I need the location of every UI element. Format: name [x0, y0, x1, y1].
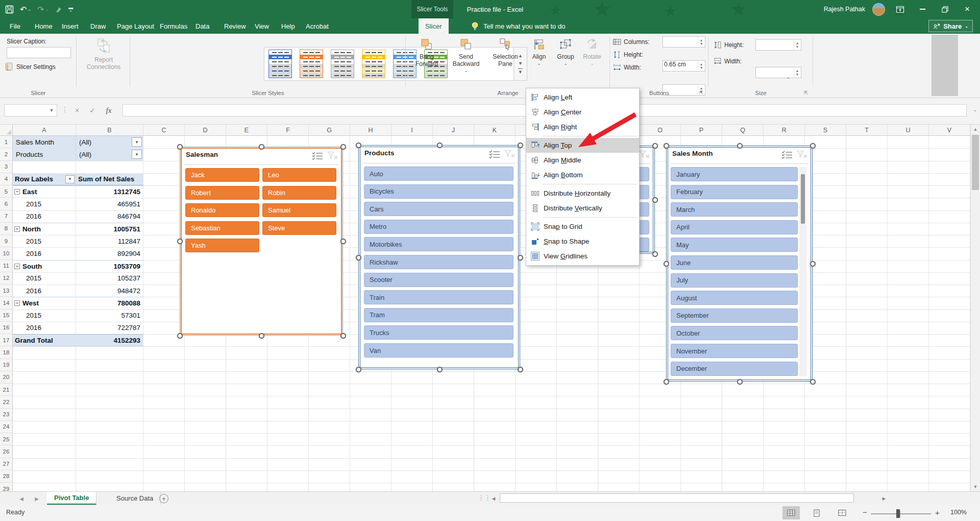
tab-review[interactable]: Review	[217, 18, 253, 34]
save-icon[interactable]	[5, 5, 14, 14]
selection-handle[interactable]	[259, 144, 264, 150]
column-header-G[interactable]: G	[309, 125, 350, 136]
column-header-H[interactable]: H	[350, 125, 391, 136]
brush-icon[interactable]	[55, 6, 62, 13]
menu-item-distribute-vertically[interactable]: Distribute Vertically	[526, 201, 639, 216]
column-header-U[interactable]: U	[888, 125, 929, 136]
slicer-item-march[interactable]: March	[671, 202, 798, 217]
selection-handle[interactable]	[737, 379, 743, 385]
collapse-icon[interactable]: −	[14, 189, 20, 195]
sheet-nav-left-icon[interactable]: ◀	[14, 492, 29, 505]
selection-handle[interactable]	[652, 143, 658, 149]
slicer-item-scooter[interactable]: Scooter	[364, 273, 513, 287]
collapse-icon[interactable]: −	[14, 264, 20, 269]
customize-qat-icon[interactable]: ▬⌄	[68, 7, 73, 12]
horizontal-scrollbar[interactable]: ◀ ▶	[488, 493, 889, 504]
sheet-tab-pivot-table[interactable]: Pivot Table	[47, 492, 96, 505]
pivot-row-value[interactable]: 948472	[76, 285, 143, 297]
name-box-dropdown-icon[interactable]: ▼	[47, 106, 56, 115]
align-button[interactable]: Align ⌄	[526, 38, 552, 67]
slicer-item-tram[interactable]: Tram	[364, 308, 513, 322]
pivot-row-value[interactable]: 1053709	[76, 260, 143, 272]
pivot-row-label[interactable]: 2015	[13, 310, 76, 322]
row-header-14[interactable]: 14	[0, 297, 13, 309]
insert-function-icon[interactable]: fx	[102, 104, 115, 116]
slicer-item-rickshaw[interactable]: Rickshaw	[364, 255, 513, 269]
menu-item-align-right[interactable]: Align Right	[526, 120, 639, 134]
column-header-F[interactable]: F	[267, 125, 309, 136]
slicer-item-july[interactable]: July	[671, 273, 798, 288]
multi-select-icon[interactable]	[489, 150, 500, 161]
slicer-item-steve[interactable]: Steve	[262, 221, 336, 235]
selection-handle[interactable]	[664, 379, 669, 385]
row-header-4[interactable]: 4	[0, 173, 13, 185]
row-header-23[interactable]: 23	[0, 409, 13, 421]
slicer-style-gray[interactable]	[331, 50, 354, 78]
zoom-out-icon[interactable]: −	[863, 508, 867, 516]
pivot-row-label[interactable]: Grand Total	[13, 334, 76, 346]
row-header-9[interactable]: 9	[0, 235, 13, 247]
selection-handle[interactable]	[664, 143, 669, 149]
collapse-icon[interactable]: −	[14, 226, 20, 232]
minimize-button[interactable]	[915, 0, 930, 18]
scroll-down-icon[interactable]: ▼	[971, 482, 980, 491]
multi-select-icon[interactable]	[312, 151, 323, 162]
column-header-I[interactable]: I	[391, 125, 433, 136]
tab-formulas[interactable]: Formulas	[153, 18, 194, 34]
slicer-item-september[interactable]: September	[671, 309, 798, 323]
row-header-20[interactable]: 20	[0, 371, 13, 384]
menu-item-snap-to-grid[interactable]: Snap to Grid	[526, 219, 639, 234]
sheet-tab-source-data[interactable]: Source Data	[109, 492, 161, 505]
pivot-row-label[interactable]: 2015	[13, 272, 76, 285]
close-button[interactable]: ×	[960, 0, 975, 18]
row-header-5[interactable]: 5	[0, 185, 13, 198]
expand-formula-bar-icon[interactable]: ⌄	[973, 107, 977, 112]
pivot-row-value[interactable]: 1312745	[76, 185, 143, 198]
slicer-salesman[interactable]: SalesmanJackLeoRobertRobinRonaldoSamuelS…	[180, 147, 343, 336]
slicer-item-robert[interactable]: Robert	[185, 186, 259, 200]
selection-handle[interactable]	[177, 239, 183, 244]
slicer-item-december[interactable]: December	[671, 362, 798, 376]
column-header-Q[interactable]: Q	[722, 125, 764, 136]
selection-handle[interactable]	[340, 239, 346, 244]
bring-forward-button[interactable]: Bring Forward ⌄	[408, 38, 445, 75]
selection-handle[interactable]	[737, 143, 743, 149]
pivot-row-label[interactable]: 2016	[13, 322, 76, 334]
selection-pane-button[interactable]: Selection Pane	[487, 38, 523, 67]
column-header-T[interactable]: T	[846, 125, 888, 136]
selection-handle[interactable]	[177, 144, 183, 150]
row-header-1[interactable]: 1	[0, 136, 13, 148]
tab-file[interactable]: File	[3, 18, 27, 34]
pivot-row-label[interactable]: 2016	[13, 247, 76, 259]
row-header-16[interactable]: 16	[0, 322, 13, 334]
pivot-row-label[interactable]: 2016	[13, 210, 76, 223]
pivot-row-value[interactable]: 112847	[76, 235, 143, 247]
selection-handle[interactable]	[356, 143, 361, 148]
row-header-10[interactable]: 10	[0, 247, 13, 259]
pivot-row-value[interactable]: 1005751	[76, 223, 143, 235]
row-header-29[interactable]: 29	[0, 483, 13, 491]
row-header-12[interactable]: 12	[0, 272, 13, 285]
slicer-item-jack[interactable]: Jack	[185, 168, 259, 182]
column-header-C[interactable]: C	[143, 125, 185, 136]
row-header-26[interactable]: 26	[0, 445, 13, 458]
column-header-D[interactable]: D	[185, 125, 226, 136]
slicer-item-october[interactable]: October	[671, 326, 798, 340]
size-height-input[interactable]: ▲▼	[755, 39, 801, 51]
new-sheet-button[interactable]: +	[159, 494, 168, 503]
pivot-row-value[interactable]: 57301	[76, 310, 143, 322]
row-header-27[interactable]: 27	[0, 458, 13, 470]
pivot-row-label[interactable]: 2015	[13, 235, 76, 247]
vertical-scrollbar[interactable]: ▲ ▼	[970, 125, 980, 491]
collapse-ribbon-icon[interactable]: ⌃	[786, 77, 790, 82]
pivot-row-label[interactable]: −West	[13, 297, 76, 309]
row-header-25[interactable]: 25	[0, 433, 13, 445]
spreadsheet-grid[interactable]: ABCDEFGHIJKLMNOPQRSTUV123456789101112131…	[0, 125, 980, 491]
button-height-input[interactable]: 0.65 cm▲▼	[663, 60, 705, 72]
zoom-in-icon[interactable]: +	[935, 508, 940, 517]
menu-item-align-bottom[interactable]: Align Bottom	[526, 168, 639, 182]
slicer-item-samuel[interactable]: Samuel	[262, 203, 336, 217]
page-break-view-icon[interactable]	[834, 506, 851, 519]
group-button[interactable]: Group ⌄	[553, 38, 578, 67]
selection-handle[interactable]	[518, 143, 523, 148]
